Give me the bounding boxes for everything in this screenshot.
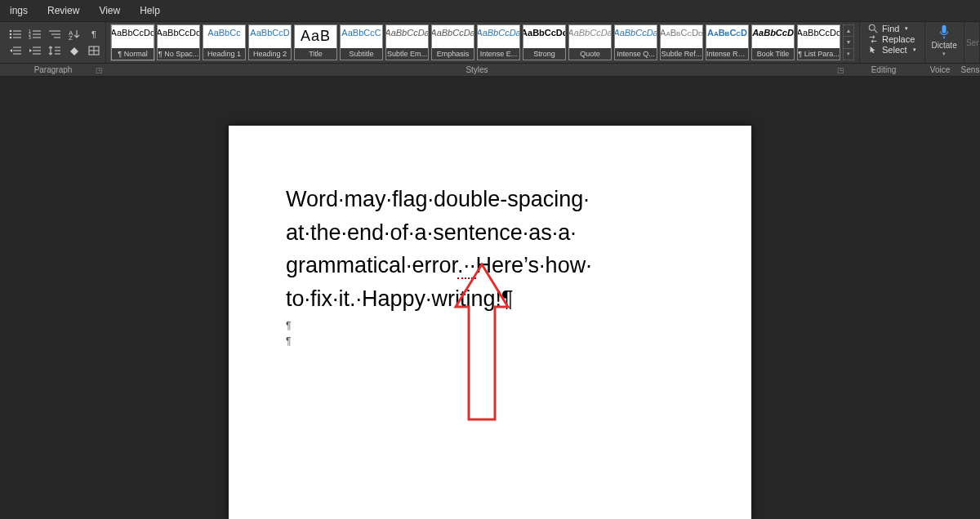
style-tile-intense-e-[interactable]: AaBbCcDaIntense E... (477, 24, 520, 60)
style-tile-intense-re-[interactable]: AaBbCcDIntense Re... (706, 24, 749, 60)
numbering-button[interactable]: 123 (28, 28, 42, 41)
group-sensitivity: Sen (964, 22, 980, 63)
menu-item-view[interactable]: View (89, 2, 130, 20)
svg-line-30 (875, 30, 877, 33)
sens-group-label: Sens (961, 65, 980, 74)
style-tile-emphasis[interactable]: AaBbCcDaEmphasis (431, 24, 474, 60)
style-tile--no-spac-[interactable]: AaBbCcDc¶ No Spac... (157, 24, 200, 60)
menu-bar: ings Review View Help (0, 0, 980, 21)
microphone-icon (936, 24, 952, 40)
menu-item-review[interactable]: Review (38, 2, 89, 20)
svg-point-2 (10, 33, 12, 36)
styles-dialog-launcher[interactable]: ◳ (837, 66, 844, 74)
sort-button[interactable]: AZ (67, 28, 82, 41)
svg-point-0 (10, 30, 12, 33)
multilevel-list-button[interactable] (47, 28, 62, 41)
styles-gallery: AaBbCcDc¶ NormalAaBbCcDc¶ No Spac...AaBb… (106, 22, 859, 63)
gallery-up-icon[interactable]: ▲ (844, 25, 853, 37)
select-button[interactable]: Select▾ (866, 45, 918, 55)
group-paragraph: 123 AZ ¶ (0, 22, 106, 63)
document-page[interactable]: Word·may·flag·double-spacing· at·the·end… (229, 126, 751, 519)
style-tile--list-para-[interactable]: AaBbCcDc¶ List Para... (797, 24, 840, 60)
decrease-indent-button[interactable] (8, 44, 23, 57)
show-marks-button[interactable]: ¶ (87, 28, 101, 41)
bullets-button[interactable] (8, 28, 23, 41)
gallery-more-icon[interactable]: ▾ (844, 49, 853, 60)
style-tile-book-title[interactable]: AaBbCcDBook Title (751, 24, 795, 60)
sensitivity-button[interactable]: Sen (966, 38, 980, 47)
empty-paragraph-mark-2[interactable]: ¶ (286, 334, 702, 349)
style-tile--normal[interactable]: AaBbCcDc¶ Normal (111, 24, 154, 60)
replace-button[interactable]: Replace (866, 34, 918, 44)
document-area[interactable]: Word·may·flag·double-spacing· at·the·end… (0, 77, 980, 519)
line-spacing-button[interactable] (47, 44, 62, 57)
ribbon: 123 AZ ¶ (0, 21, 980, 64)
svg-text:3: 3 (29, 35, 31, 40)
paragraph-group-label: Paragraph (34, 65, 73, 74)
style-tile-subtle-ref-[interactable]: AaBbCcDdSubtle Ref... (660, 24, 703, 60)
style-tile-title[interactable]: AaBTitle (294, 24, 337, 60)
editing-group-label: Editing (871, 65, 897, 74)
group-editing: Find▾ Replace Select▾ (860, 22, 925, 63)
style-tile-heading-2[interactable]: AaBbCcDHeading 2 (248, 24, 292, 60)
styles-gallery-scroll[interactable]: ▲ ▼ ▾ (843, 24, 854, 60)
svg-point-4 (10, 37, 12, 39)
group-voice: Dictate ▾ (925, 22, 964, 63)
style-tile-subtitle[interactable]: AaBbCcCSubtitle (340, 24, 383, 60)
style-tile-quote[interactable]: AaBbCcDaQuote (568, 24, 612, 60)
replace-icon (868, 34, 878, 44)
borders-button[interactable] (87, 44, 101, 57)
style-tile-intense-q-[interactable]: AaBbCcDaIntense Q... (614, 24, 657, 60)
menu-item-help[interactable]: Help (130, 2, 170, 20)
styles-group-label: Styles (466, 65, 488, 74)
ribbon-group-labels: Paragraph ◳ Styles ◳ Editing Voice Sens (0, 64, 980, 77)
search-icon (868, 24, 878, 33)
svg-point-29 (869, 24, 875, 30)
cursor-icon (868, 45, 878, 55)
style-tile-heading-1[interactable]: AaBbCcHeading 1 (203, 24, 246, 60)
dictate-button[interactable]: Dictate ▾ (925, 22, 964, 59)
empty-paragraph-mark[interactable]: ¶ (286, 318, 702, 334)
voice-group-label: Voice (930, 65, 950, 74)
style-tile-subtle-em-[interactable]: AaBbCcDaSubtle Em... (385, 24, 429, 60)
group-styles: AaBbCcDc¶ NormalAaBbCcDc¶ No Spac...AaBb… (106, 22, 860, 63)
document-body-text[interactable]: Word·may·flag·double-spacing· at·the·end… (286, 183, 702, 315)
gallery-down-icon[interactable]: ▼ (844, 37, 853, 48)
increase-indent-button[interactable] (28, 44, 42, 57)
shading-button[interactable] (67, 44, 82, 57)
paragraph-dialog-launcher[interactable]: ◳ (96, 66, 103, 74)
find-button[interactable]: Find▾ (866, 24, 918, 33)
menu-item-mailings[interactable]: ings (0, 2, 38, 20)
grammar-error-underline[interactable]: .·· (457, 253, 476, 279)
svg-text:Z: Z (69, 34, 73, 40)
style-tile-strong[interactable]: AaBbCcDcStrong (523, 24, 566, 60)
